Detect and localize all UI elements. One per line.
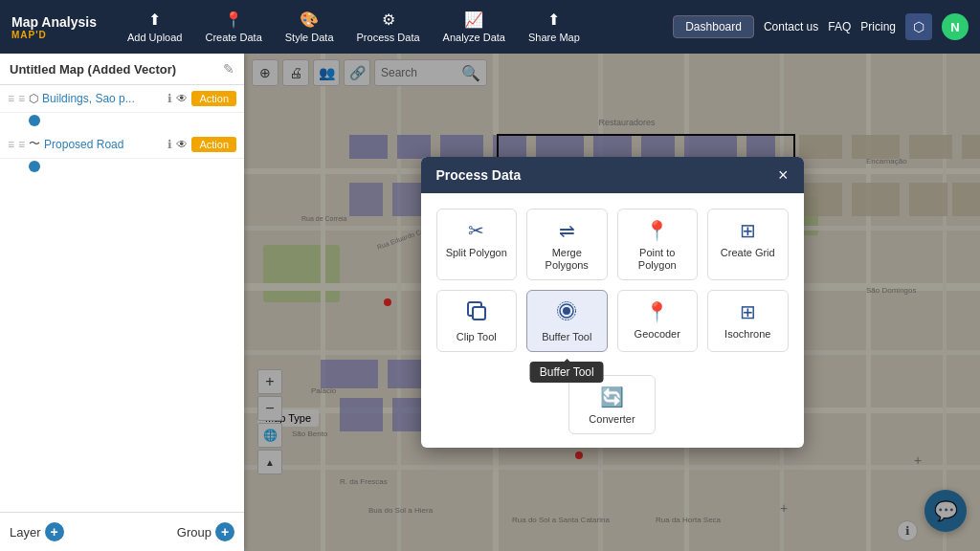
share-map-icon: ⬆	[547, 11, 560, 29]
buffer-tooltip: Buffer Tool	[530, 362, 604, 383]
brand-sub: MAP'D	[11, 30, 97, 40]
isochrone-icon: ⊞	[740, 300, 756, 323]
create-grid-label: Create Grid	[721, 247, 775, 259]
action-button-road[interactable]: Action	[191, 137, 236, 152]
topbar: Map Analysis MAP'D ⬆ Add Upload 📍 Create…	[0, 0, 980, 54]
split-polygon-icon: ✂	[468, 219, 484, 242]
nav-share-map-label: Share Map	[528, 32, 580, 43]
polygon-icon-buildings: ⬡	[29, 92, 38, 105]
merge-polygons-icon: ⇌	[559, 219, 575, 242]
split-polygon-label: Split Polygon	[446, 247, 507, 259]
drag-handle-road[interactable]: ≡	[8, 138, 14, 151]
add-layer-button[interactable]: Layer +	[10, 522, 64, 541]
top-right: Dashboard Contact us FAQ Pricing ⬡ N	[673, 13, 969, 40]
avatar[interactable]: N	[942, 13, 969, 40]
layer-actions-buildings: ℹ 👁 Action	[167, 91, 236, 106]
add-group-icon: +	[215, 522, 234, 541]
layer-item-road: ≡ ≡ 〜 Proposed Road ℹ 👁 Action	[0, 130, 244, 159]
point-to-polygon-button[interactable]: 📍 Point to Polygon	[617, 209, 699, 280]
layer-footer: Layer + Group +	[0, 512, 244, 551]
geocoder-label: Geocoder	[635, 328, 680, 341]
nav-process-data[interactable]: ⚙ Process Data	[345, 11, 432, 43]
brand-title: Map Analysis	[11, 14, 97, 30]
clip-tool-button[interactable]: Clip Tool	[436, 290, 518, 352]
create-grid-icon: ⊞	[740, 219, 756, 242]
info-icon-buildings[interactable]: ℹ	[167, 92, 172, 105]
add-upload-icon: ⬆	[148, 11, 161, 29]
buffer-tool-button[interactable]: Buffer Tool	[526, 290, 608, 352]
drag-handle-buildings[interactable]: ≡	[8, 92, 14, 105]
layer-item-buildings: ≡ ≡ ⬡ Buildings, Sao p... ℹ 👁 Action	[0, 85, 244, 113]
main-area: Untitled Map (Added Vector) ✎ ≡ ≡ ⬡ Buil…	[0, 54, 980, 551]
line-icon-road: 〜	[29, 136, 40, 152]
converter-icon: 🔄	[600, 386, 624, 408]
process-data-modal: Process Data × ✂ Split Polygon ⇌ Merge P…	[421, 157, 804, 449]
buffer-tool-label: Buffer Tool	[542, 331, 591, 343]
clip-tool-label: Clip Tool	[457, 331, 497, 343]
dashboard-button[interactable]: Dashboard	[673, 15, 754, 38]
nav-share-map[interactable]: ⬆ Share Map	[517, 11, 591, 43]
merge-polygons-button[interactable]: ⇌ Merge Polygons	[526, 209, 608, 280]
layer-name-buildings[interactable]: Buildings, Sao p...	[42, 92, 164, 105]
create-grid-button[interactable]: ⊞ Create Grid	[707, 209, 789, 280]
color-dot-road	[29, 161, 40, 172]
group-label: Group	[177, 525, 212, 540]
style-data-icon: 🎨	[300, 11, 319, 29]
buffer-tool-icon	[556, 300, 577, 326]
nav-create-data[interactable]: 📍 Create Data	[193, 11, 273, 43]
svg-rect-77	[473, 307, 485, 320]
isochrone-button[interactable]: ⊞ Isochrone	[707, 290, 789, 352]
modal-header: Process Data ×	[421, 157, 804, 193]
nav-create-data-label: Create Data	[205, 32, 261, 43]
map-title: Untitled Map (Added Vector)	[10, 62, 217, 77]
point-to-polygon-label: Point to Polygon	[624, 247, 692, 272]
point-to-polygon-icon: 📍	[645, 219, 669, 242]
svg-point-78	[563, 307, 570, 315]
modal-close-button[interactable]: ×	[778, 166, 789, 184]
nav-process-data-label: Process Data	[357, 32, 420, 43]
merge-polygons-label: Merge Polygons	[533, 247, 601, 272]
split-polygon-button[interactable]: ✂ Split Polygon	[436, 209, 518, 280]
eye-icon-buildings[interactable]: 👁	[176, 92, 188, 105]
analyze-data-icon: 📈	[464, 11, 483, 29]
pricing-link[interactable]: Pricing	[860, 20, 896, 33]
geocoder-button[interactable]: 📍 Geocoder	[617, 290, 699, 352]
drag-handle2-buildings: ≡	[18, 92, 25, 105]
nav-analyze-data[interactable]: 📈 Analyze Data	[432, 11, 517, 43]
brand: Map Analysis MAP'D	[11, 14, 97, 40]
geocoder-icon: 📍	[645, 300, 669, 323]
info-icon-road[interactable]: ℹ	[167, 138, 172, 151]
modal-title: Process Data	[436, 167, 522, 183]
add-group-button[interactable]: Group +	[177, 522, 234, 541]
nav-style-data[interactable]: 🎨 Style Data	[274, 11, 345, 43]
color-dot-buildings	[29, 115, 40, 126]
left-panel: Untitled Map (Added Vector) ✎ ≡ ≡ ⬡ Buil…	[0, 54, 244, 551]
nav-style-data-label: Style Data	[285, 32, 334, 43]
converter-label: Converter	[589, 413, 635, 426]
cube-icon[interactable]: ⬡	[905, 13, 932, 40]
add-layer-icon: +	[45, 522, 64, 541]
nav-add-upload-label: Add Upload	[127, 32, 183, 43]
layer-actions-road: ℹ 👁 Action	[167, 137, 236, 152]
edit-icon[interactable]: ✎	[223, 61, 234, 77]
nav-add-upload[interactable]: ⬆ Add Upload	[116, 11, 194, 43]
nav-analyze-data-label: Analyze Data	[443, 32, 505, 43]
process-data-icon: ⚙	[382, 11, 395, 29]
map-area[interactable]: Restauradores Encarnação São Domingos Pa…	[244, 54, 980, 551]
eye-icon-road[interactable]: 👁	[176, 138, 188, 151]
converter-button[interactable]: 🔄 Converter	[568, 375, 655, 434]
buffer-tool-wrapper: Buffer Tool Buffer Tool	[526, 290, 608, 352]
isochrone-label: Isochrone	[724, 328, 770, 341]
modal-footer: 🔄 Converter	[421, 367, 804, 448]
faq-link[interactable]: FAQ	[828, 20, 851, 33]
action-button-buildings[interactable]: Action	[191, 91, 236, 106]
map-title-bar: Untitled Map (Added Vector) ✎	[0, 54, 244, 85]
layer-name-road[interactable]: Proposed Road	[44, 138, 164, 151]
modal-overlay[interactable]: Process Data × ✂ Split Polygon ⇌ Merge P…	[244, 54, 980, 551]
clip-tool-icon	[466, 300, 487, 326]
create-data-icon: 📍	[224, 11, 243, 29]
modal-body: ✂ Split Polygon ⇌ Merge Polygons 📍 Point…	[421, 193, 804, 368]
contact-link[interactable]: Contact us	[764, 20, 818, 33]
layer-label: Layer	[10, 525, 41, 540]
drag-handle2-road: ≡	[18, 138, 25, 151]
